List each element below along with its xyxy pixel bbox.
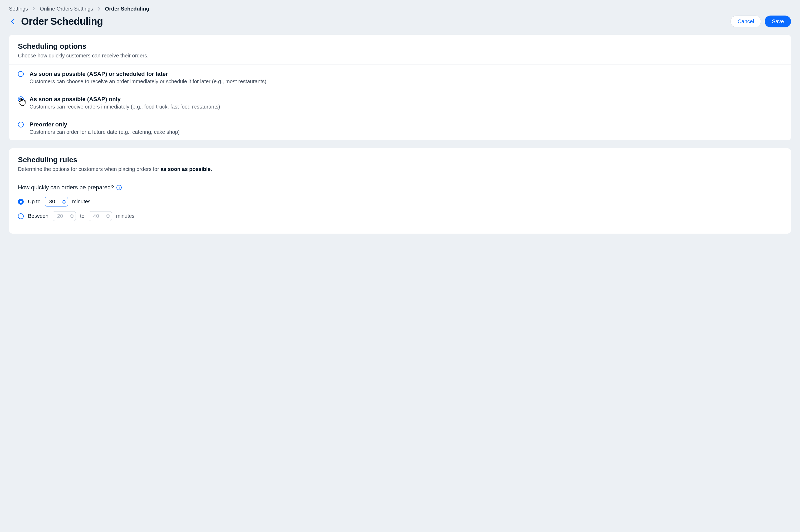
- option-desc: Customers can receive orders immediately…: [30, 104, 220, 110]
- option-desc: Customers can order for a future date (e…: [30, 129, 180, 135]
- between-from-stepper[interactable]: 20: [53, 211, 76, 221]
- chevron-up-icon: [70, 214, 74, 216]
- chevron-up-icon: [107, 214, 110, 216]
- breadcrumb-settings[interactable]: Settings: [9, 6, 28, 12]
- chevron-down-icon: [62, 202, 65, 204]
- chevron-right-icon: [33, 6, 35, 12]
- page-header: Order Scheduling Cancel Save: [9, 16, 791, 27]
- between-suffix: minutes: [116, 213, 135, 219]
- prep-option-upto[interactable]: Up to 30 minutes: [18, 197, 782, 207]
- chevron-right-icon: [98, 6, 100, 12]
- upto-prefix: Up to: [28, 198, 41, 205]
- save-button[interactable]: Save: [765, 16, 791, 27]
- stepper-arrows[interactable]: [70, 214, 74, 218]
- page-title: Order Scheduling: [21, 16, 103, 27]
- option-preorder-only[interactable]: Preorder only Customers can order for a …: [18, 115, 782, 140]
- between-connector: to: [80, 213, 84, 219]
- chevron-down-icon: [107, 216, 110, 218]
- radio-upto[interactable]: [18, 199, 24, 205]
- option-asap-or-later[interactable]: As soon as possible (ASAP) or scheduled …: [18, 65, 782, 90]
- scheduling-rules-title: Scheduling rules: [18, 156, 782, 164]
- upto-suffix: minutes: [72, 198, 91, 205]
- scheduling-options-title: Scheduling options: [18, 42, 782, 51]
- scheduling-options-card: Scheduling options Choose how quickly cu…: [9, 35, 791, 140]
- rules-sub-strong: as soon as possible.: [160, 166, 212, 172]
- scheduling-options-sub: Choose how quickly customers can receive…: [18, 53, 782, 59]
- upto-minutes-stepper[interactable]: 30: [45, 197, 68, 207]
- between-from-value: 20: [57, 213, 63, 219]
- prep-option-between[interactable]: Between 20 to 40 minutes: [18, 211, 782, 221]
- option-desc: Customers can choose to receive an order…: [30, 78, 266, 84]
- between-to-stepper[interactable]: 40: [89, 211, 112, 221]
- radio-asap-only[interactable]: [18, 96, 24, 102]
- radio-asap-or-later[interactable]: [18, 71, 24, 77]
- radio-between[interactable]: [18, 213, 24, 219]
- breadcrumb-current: Order Scheduling: [105, 6, 149, 12]
- chevron-down-icon: [70, 216, 74, 218]
- upto-value: 30: [49, 198, 55, 205]
- scheduling-rules-sub: Determine the options for customers when…: [18, 166, 782, 172]
- radio-preorder-only[interactable]: [18, 122, 24, 128]
- chevron-left-icon: [11, 19, 15, 24]
- back-button[interactable]: [9, 18, 16, 25]
- breadcrumb-online-orders-settings[interactable]: Online Orders Settings: [40, 6, 93, 12]
- cancel-button[interactable]: Cancel: [730, 16, 761, 27]
- stepper-arrows[interactable]: [107, 214, 110, 218]
- option-title: As soon as possible (ASAP) only: [30, 96, 220, 103]
- scheduling-rules-card: Scheduling rules Determine the options f…: [9, 148, 791, 234]
- option-title: Preorder only: [30, 121, 180, 128]
- option-asap-only[interactable]: As soon as possible (ASAP) only Customer…: [18, 90, 782, 115]
- between-to-value: 40: [93, 213, 99, 219]
- info-icon[interactable]: i: [116, 185, 122, 190]
- option-title: As soon as possible (ASAP) or scheduled …: [30, 71, 266, 77]
- rules-sub-prefix: Determine the options for customers when…: [18, 166, 160, 172]
- stepper-arrows[interactable]: [62, 200, 65, 204]
- breadcrumb: Settings Online Orders Settings Order Sc…: [9, 6, 791, 12]
- between-prefix: Between: [28, 213, 49, 219]
- chevron-up-icon: [62, 200, 65, 202]
- rules-question: How quickly can orders be prepared?: [18, 184, 114, 191]
